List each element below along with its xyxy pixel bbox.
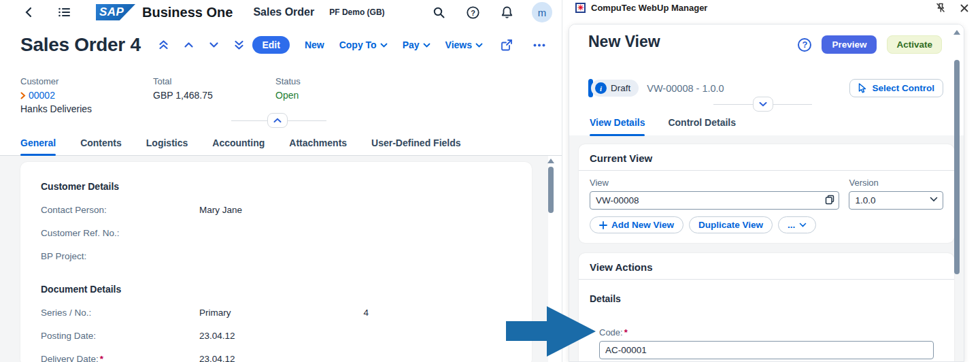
copy-to-dropdown[interactable]: Copy To [339, 39, 388, 50]
collapse-panel-header-icon[interactable] [753, 97, 773, 112]
panel-scrollbar-thumb[interactable] [954, 60, 960, 274]
views-dropdown[interactable]: Views [445, 39, 483, 50]
version-field-label: Version [849, 178, 943, 188]
tab-contents[interactable]: Contents [80, 133, 122, 155]
header-summary: Customer 00002 Hanks Deliveries Total GB… [20, 76, 301, 114]
contact-person-value: Mary Jane [199, 205, 242, 215]
duplicate-view-button[interactable]: Duplicate View [689, 216, 773, 233]
tab-control-details[interactable]: Control Details [668, 112, 736, 135]
contact-person-label: Contact Person: [41, 205, 199, 215]
delivery-date-row: Delivery Date:* 23.04.12 [41, 354, 511, 362]
view-id-version: VW-00008 - 1.0.0 [647, 83, 724, 94]
topbar-page-title: Sales Order [253, 6, 314, 18]
panel-title: New View [588, 33, 660, 51]
tab-user-defined-fields[interactable]: User-Defined Fields [371, 133, 460, 155]
first-record-icon[interactable] [156, 37, 171, 53]
close-icon[interactable] [960, 2, 969, 14]
views-label: Views [445, 39, 472, 50]
view-actions-title: View Actions [579, 253, 954, 280]
plus-icon [599, 221, 607, 229]
series-value: Primary [199, 308, 231, 318]
panel-help-icon[interactable]: ? [798, 38, 811, 52]
tab-logistics[interactable]: Logistics [146, 133, 188, 155]
back-icon[interactable] [22, 4, 35, 20]
collapse-header-icon[interactable] [267, 113, 288, 128]
chevron-down-icon [423, 43, 430, 48]
unpin-icon[interactable] [935, 2, 946, 14]
cursor-icon [858, 83, 867, 93]
status-badge: i Draft [591, 80, 639, 97]
ellipsis-label: ... [788, 220, 795, 230]
next-record-icon[interactable] [206, 39, 222, 51]
add-new-view-label: Add New View [611, 220, 674, 230]
view-input[interactable] [590, 191, 839, 210]
details-subheading: Details [590, 293, 954, 304]
chevron-down-icon [475, 43, 483, 48]
copy-to-label: Copy To [339, 39, 377, 50]
edit-button[interactable]: Edit [252, 36, 289, 54]
preview-button[interactable]: Preview [822, 35, 877, 54]
copy-icon[interactable] [825, 195, 834, 205]
doc-number-value: 4 [363, 308, 369, 318]
customer-label: Customer [20, 76, 116, 86]
record-navigation [156, 37, 247, 53]
delivery-date-value: 23.04.12 [199, 354, 235, 362]
panel-tabs: View Details Control Details [569, 112, 964, 135]
last-record-icon[interactable] [231, 37, 247, 53]
scroll-up-icon[interactable] [953, 30, 960, 35]
sap-logo-text: SAP [99, 5, 124, 19]
sap-logo: SAP [96, 4, 135, 20]
tab-view-details[interactable]: View Details [590, 112, 645, 135]
customer-details-title: Customer Details [41, 181, 511, 192]
series-no-label: Series / No.: [41, 308, 199, 318]
current-view-card: Current View View Version [579, 144, 954, 243]
left-scrollbar-thumb[interactable] [548, 167, 554, 213]
sales-order-page: SAP Business One Sales Order PF Demo (GB… [0, 0, 562, 362]
view-details-content: Current View View Version [569, 112, 964, 362]
posting-date-value: 23.04.12 [199, 331, 235, 341]
window-title: CompuTec WebUp Manager [591, 3, 707, 13]
share-icon[interactable] [498, 36, 516, 54]
customer-number-link[interactable]: 00002 [29, 90, 55, 101]
help-icon[interactable]: ? [464, 3, 482, 22]
more-view-actions-dropdown[interactable]: ... [778, 216, 816, 233]
select-control-label: Select Control [872, 83, 934, 93]
posting-date-row: Posting Date: 23.04.12 [41, 331, 511, 341]
activate-button[interactable]: Activate [887, 35, 942, 54]
sales-order-tabs: General Contents Logistics Accounting At… [0, 133, 562, 156]
status-value: Open [275, 90, 301, 101]
computec-logo-icon: ✳ [575, 3, 586, 13]
contact-person-row: Contact Person: Mary Jane [41, 205, 511, 215]
view-field-label: View [590, 178, 839, 188]
webup-manager-titlebar: ✳ CompuTec WebUp Manager [569, 0, 980, 16]
version-select[interactable] [849, 191, 943, 210]
bp-project-row: BP Project: [41, 251, 511, 261]
customer-name: Hanks Deliveries [20, 103, 116, 114]
search-icon[interactable] [430, 4, 447, 21]
view-actions-card: View Actions Details Code:* Name:* [579, 253, 954, 362]
notifications-bell-icon[interactable] [499, 3, 516, 21]
new-button[interactable]: New [305, 39, 324, 50]
tab-general[interactable]: General [20, 133, 56, 155]
more-actions-icon[interactable] [530, 41, 548, 50]
customer-ref-label: Customer Ref. No.: [41, 228, 199, 238]
scroll-up-icon[interactable] [547, 159, 554, 163]
general-tab-content: Customer Details Contact Person: Mary Ja… [0, 156, 548, 362]
delivery-date-label: Delivery Date:* [41, 354, 199, 362]
select-control-button[interactable]: Select Control [849, 79, 943, 97]
pay-dropdown[interactable]: Pay [403, 39, 430, 50]
avatar[interactable]: m [532, 2, 552, 22]
tab-attachments[interactable]: Attachments [289, 133, 347, 155]
previous-record-icon[interactable] [181, 39, 197, 51]
add-new-view-button[interactable]: Add New View [590, 216, 683, 233]
menu-list-icon[interactable] [56, 5, 73, 20]
posting-date-label: Posting Date: [41, 331, 199, 341]
chevron-down-icon [799, 223, 807, 227]
tab-accounting[interactable]: Accounting [212, 133, 265, 155]
pay-label: Pay [403, 39, 420, 50]
topbar-company: PF Demo (GB) [329, 7, 384, 17]
code-input[interactable] [599, 341, 934, 359]
info-icon: i [595, 82, 607, 94]
required-asterisk: * [624, 327, 628, 338]
required-asterisk: * [100, 354, 103, 362]
